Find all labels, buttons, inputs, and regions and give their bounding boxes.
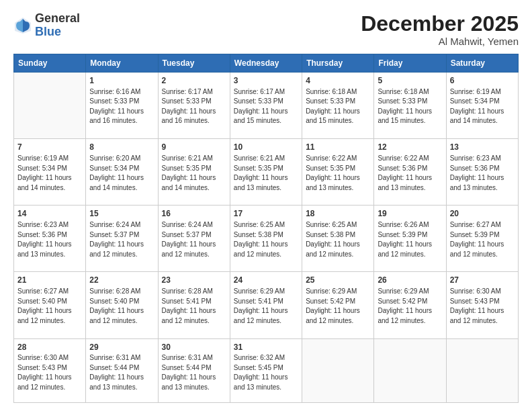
day-info: Sunrise: 6:23 AM Sunset: 5:36 PM Dayligh… (17, 220, 82, 259)
day-info: Sunrise: 6:19 AM Sunset: 5:34 PM Dayligh… (17, 154, 82, 193)
day-info: Sunrise: 6:22 AM Sunset: 5:36 PM Dayligh… (378, 154, 442, 193)
day-number: 30 (162, 342, 226, 353)
logo-blue: Blue (35, 25, 61, 38)
calendar-cell: 27Sunrise: 6:30 AM Sunset: 5:43 PM Dayli… (446, 272, 518, 338)
day-number: 19 (378, 208, 442, 220)
location-title: Al Mahwit, Yemen (361, 36, 519, 47)
week-row-4: 21Sunrise: 6:27 AM Sunset: 5:40 PM Dayli… (14, 272, 519, 338)
calendar-cell: 31Sunrise: 6:32 AM Sunset: 5:45 PM Dayli… (230, 338, 302, 403)
day-number: 16 (162, 208, 226, 220)
day-info: Sunrise: 6:26 AM Sunset: 5:39 PM Dayligh… (378, 220, 442, 259)
day-number: 21 (17, 275, 82, 286)
day-info: Sunrise: 6:30 AM Sunset: 5:43 PM Dayligh… (450, 287, 515, 326)
calendar-cell: 14Sunrise: 6:23 AM Sunset: 5:36 PM Dayli… (14, 205, 86, 272)
weekday-header-monday: Monday (86, 54, 158, 73)
day-number: 14 (17, 208, 82, 220)
day-info: Sunrise: 6:31 AM Sunset: 5:44 PM Dayligh… (89, 353, 154, 392)
weekday-header-tuesday: Tuesday (158, 54, 230, 73)
calendar-cell: 4Sunrise: 6:18 AM Sunset: 5:33 PM Daylig… (302, 73, 374, 139)
calendar-cell: 1Sunrise: 6:16 AM Sunset: 5:33 PM Daylig… (86, 73, 158, 139)
day-number: 17 (234, 208, 298, 220)
day-info: Sunrise: 6:17 AM Sunset: 5:33 PM Dayligh… (234, 87, 298, 126)
calendar-table: SundayMondayTuesdayWednesdayThursdayFrid… (13, 54, 519, 403)
calendar-cell: 9Sunrise: 6:21 AM Sunset: 5:35 PM Daylig… (158, 139, 230, 205)
calendar-cell: 17Sunrise: 6:25 AM Sunset: 5:38 PM Dayli… (230, 205, 302, 272)
day-number: 3 (234, 75, 298, 87)
calendar-cell: 12Sunrise: 6:22 AM Sunset: 5:36 PM Dayli… (374, 139, 446, 205)
day-info: Sunrise: 6:25 AM Sunset: 5:38 PM Dayligh… (306, 220, 370, 259)
calendar-cell: 7Sunrise: 6:19 AM Sunset: 5:34 PM Daylig… (14, 139, 86, 205)
logo: General Blue (13, 12, 80, 39)
day-number: 11 (306, 142, 370, 153)
day-number: 26 (378, 275, 442, 286)
calendar-cell: 8Sunrise: 6:20 AM Sunset: 5:34 PM Daylig… (86, 139, 158, 205)
calendar-cell (302, 338, 374, 403)
weekday-header-friday: Friday (374, 54, 446, 73)
day-number: 15 (89, 208, 154, 220)
calendar-cell: 25Sunrise: 6:29 AM Sunset: 5:42 PM Dayli… (302, 272, 374, 338)
calendar-cell: 23Sunrise: 6:28 AM Sunset: 5:41 PM Dayli… (158, 272, 230, 338)
day-info: Sunrise: 6:20 AM Sunset: 5:34 PM Dayligh… (89, 154, 154, 193)
calendar-cell: 29Sunrise: 6:31 AM Sunset: 5:44 PM Dayli… (86, 338, 158, 403)
calendar-cell: 30Sunrise: 6:31 AM Sunset: 5:44 PM Dayli… (158, 338, 230, 403)
day-number: 13 (450, 142, 515, 153)
day-number: 4 (306, 75, 370, 87)
header: General Blue December 2025 Al Mahwit, Ye… (13, 12, 519, 47)
day-number: 29 (89, 342, 154, 353)
day-info: Sunrise: 6:32 AM Sunset: 5:45 PM Dayligh… (234, 353, 298, 392)
day-number: 18 (306, 208, 370, 220)
calendar-cell: 15Sunrise: 6:24 AM Sunset: 5:37 PM Dayli… (86, 205, 158, 272)
calendar-cell: 18Sunrise: 6:25 AM Sunset: 5:38 PM Dayli… (302, 205, 374, 272)
week-row-1: 1Sunrise: 6:16 AM Sunset: 5:33 PM Daylig… (14, 73, 519, 139)
day-number: 10 (234, 142, 298, 153)
day-number: 1 (89, 75, 154, 87)
calendar-cell (374, 338, 446, 403)
day-info: Sunrise: 6:24 AM Sunset: 5:37 PM Dayligh… (162, 220, 226, 259)
calendar-cell: 21Sunrise: 6:27 AM Sunset: 5:40 PM Dayli… (14, 272, 86, 338)
calendar-cell: 16Sunrise: 6:24 AM Sunset: 5:37 PM Dayli… (158, 205, 230, 272)
page: General Blue December 2025 Al Mahwit, Ye… (0, 0, 532, 411)
calendar-cell: 20Sunrise: 6:27 AM Sunset: 5:39 PM Dayli… (446, 205, 518, 272)
logo-text: General Blue (35, 12, 80, 39)
day-info: Sunrise: 6:24 AM Sunset: 5:37 PM Dayligh… (89, 220, 154, 259)
day-number: 25 (306, 275, 370, 286)
day-number: 8 (89, 142, 154, 153)
day-info: Sunrise: 6:27 AM Sunset: 5:39 PM Dayligh… (450, 220, 515, 259)
day-number: 20 (450, 208, 515, 220)
calendar-cell: 10Sunrise: 6:21 AM Sunset: 5:35 PM Dayli… (230, 139, 302, 205)
day-info: Sunrise: 6:23 AM Sunset: 5:36 PM Dayligh… (450, 154, 515, 193)
day-info: Sunrise: 6:17 AM Sunset: 5:33 PM Dayligh… (162, 87, 226, 126)
calendar-cell: 19Sunrise: 6:26 AM Sunset: 5:39 PM Dayli… (374, 205, 446, 272)
calendar-cell: 22Sunrise: 6:28 AM Sunset: 5:40 PM Dayli… (86, 272, 158, 338)
day-info: Sunrise: 6:22 AM Sunset: 5:35 PM Dayligh… (306, 154, 370, 193)
day-number: 7 (17, 142, 82, 153)
calendar-cell: 24Sunrise: 6:29 AM Sunset: 5:41 PM Dayli… (230, 272, 302, 338)
day-number: 6 (450, 75, 515, 87)
day-info: Sunrise: 6:28 AM Sunset: 5:41 PM Dayligh… (162, 287, 226, 326)
day-info: Sunrise: 6:29 AM Sunset: 5:41 PM Dayligh… (234, 287, 298, 326)
calendar-cell (14, 73, 86, 139)
day-info: Sunrise: 6:29 AM Sunset: 5:42 PM Dayligh… (306, 287, 370, 326)
day-number: 9 (162, 142, 226, 153)
day-info: Sunrise: 6:27 AM Sunset: 5:40 PM Dayligh… (17, 287, 82, 326)
day-info: Sunrise: 6:18 AM Sunset: 5:33 PM Dayligh… (378, 87, 442, 126)
calendar-cell: 11Sunrise: 6:22 AM Sunset: 5:35 PM Dayli… (302, 139, 374, 205)
week-row-5: 28Sunrise: 6:30 AM Sunset: 5:43 PM Dayli… (14, 338, 519, 403)
day-number: 28 (17, 342, 82, 353)
day-info: Sunrise: 6:21 AM Sunset: 5:35 PM Dayligh… (162, 154, 226, 193)
day-info: Sunrise: 6:18 AM Sunset: 5:33 PM Dayligh… (306, 87, 370, 126)
day-info: Sunrise: 6:16 AM Sunset: 5:33 PM Dayligh… (89, 87, 154, 126)
logo-icon (13, 16, 32, 35)
day-number: 31 (234, 342, 298, 353)
month-title: December 2025 (361, 12, 519, 36)
week-row-2: 7Sunrise: 6:19 AM Sunset: 5:34 PM Daylig… (14, 139, 519, 205)
day-info: Sunrise: 6:30 AM Sunset: 5:43 PM Dayligh… (17, 353, 82, 392)
day-number: 24 (234, 275, 298, 286)
day-info: Sunrise: 6:29 AM Sunset: 5:42 PM Dayligh… (378, 287, 442, 326)
weekday-header-row: SundayMondayTuesdayWednesdayThursdayFrid… (14, 54, 519, 73)
title-block: December 2025 Al Mahwit, Yemen (361, 12, 519, 47)
weekday-header-wednesday: Wednesday (230, 54, 302, 73)
logo-general: General (35, 11, 80, 25)
calendar-cell: 3Sunrise: 6:17 AM Sunset: 5:33 PM Daylig… (230, 73, 302, 139)
week-row-3: 14Sunrise: 6:23 AM Sunset: 5:36 PM Dayli… (14, 205, 519, 272)
